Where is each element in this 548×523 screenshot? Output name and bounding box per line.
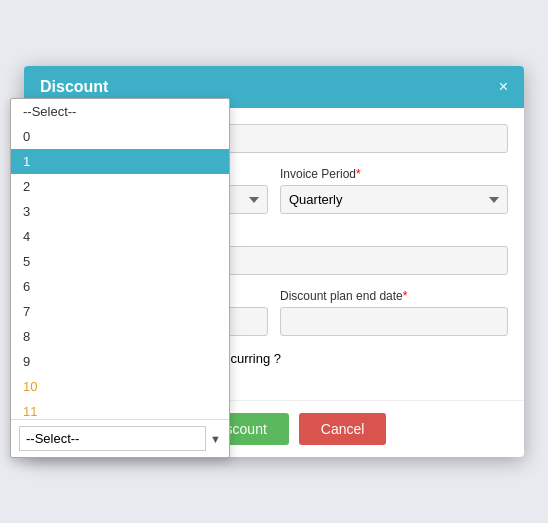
dropdown-list[interactable]: --Select--012345678910111212+ bbox=[11, 99, 229, 419]
dropdown-item[interactable]: 5 bbox=[11, 249, 229, 274]
dropdown-item[interactable]: 8 bbox=[11, 324, 229, 349]
dropdown-bottom-section: --Select-- ▼ bbox=[11, 419, 229, 457]
dropdown-item[interactable]: 2 bbox=[11, 174, 229, 199]
modal-overlay: Discount × --Select--012345678910111212+… bbox=[0, 0, 548, 523]
modal-body: --Select--012345678910111212+ --Select--… bbox=[24, 108, 524, 400]
end-date-input[interactable] bbox=[280, 307, 508, 336]
end-date-label: Discount plan end date* bbox=[280, 289, 508, 303]
dropdown-arrow-icon: ▼ bbox=[210, 433, 221, 445]
modal-title: Discount bbox=[40, 78, 108, 96]
modal: Discount × --Select--012345678910111212+… bbox=[24, 66, 524, 457]
dropdown-item[interactable]: 11 bbox=[11, 399, 229, 419]
dropdown-item[interactable]: 1 bbox=[11, 149, 229, 174]
dropdown-item[interactable]: 9 bbox=[11, 349, 229, 374]
end-date-group: Discount plan end date* bbox=[280, 289, 508, 336]
dropdown-item[interactable]: 3 bbox=[11, 199, 229, 224]
invoice-period-label: Invoice Period* bbox=[280, 167, 508, 181]
dropdown-bottom-select[interactable]: --Select-- bbox=[19, 426, 206, 451]
dropdown-item[interactable]: 4 bbox=[11, 224, 229, 249]
dropdown-overlay[interactable]: --Select--012345678910111212+ --Select--… bbox=[10, 98, 230, 458]
dropdown-item[interactable]: 7 bbox=[11, 299, 229, 324]
close-button[interactable]: × bbox=[499, 79, 508, 95]
dropdown-item[interactable]: 0 bbox=[11, 124, 229, 149]
dropdown-item[interactable]: --Select-- bbox=[11, 99, 229, 124]
dropdown-item[interactable]: 10 bbox=[11, 374, 229, 399]
invoice-period-group: Invoice Period* Quarterly bbox=[280, 167, 508, 214]
dropdown-item[interactable]: 6 bbox=[11, 274, 229, 299]
invoice-period-select[interactable]: Quarterly bbox=[280, 185, 508, 214]
cancel-button[interactable]: Cancel bbox=[299, 413, 387, 445]
